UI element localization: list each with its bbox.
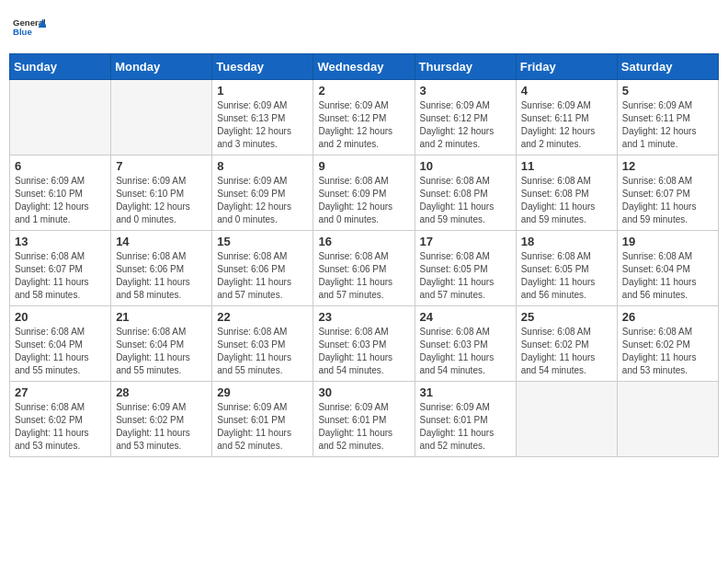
day-cell [10, 80, 111, 155]
day-number: 21 [116, 310, 207, 324]
day-info: Sunrise: 6:08 AM Sunset: 6:06 PM Dayligh… [318, 250, 409, 302]
day-info: Sunrise: 6:09 AM Sunset: 6:10 PM Dayligh… [116, 175, 207, 226]
day-info: Sunrise: 6:08 AM Sunset: 6:03 PM Dayligh… [318, 326, 409, 377]
day-number: 30 [318, 385, 409, 399]
day-number: 26 [622, 310, 713, 324]
day-number: 15 [217, 235, 308, 248]
day-info: Sunrise: 6:09 AM Sunset: 6:02 PM Dayligh… [116, 401, 207, 453]
day-number: 12 [622, 159, 713, 173]
logo: General Blue [13, 9, 46, 46]
day-cell: 13Sunrise: 6:08 AM Sunset: 6:07 PM Dayli… [10, 231, 111, 306]
day-number: 19 [622, 235, 713, 248]
day-info: Sunrise: 6:08 AM Sunset: 6:07 PM Dayligh… [15, 250, 106, 302]
day-info: Sunrise: 6:09 AM Sunset: 6:13 PM Dayligh… [217, 99, 308, 151]
day-cell: 12Sunrise: 6:08 AM Sunset: 6:07 PM Dayli… [617, 155, 718, 231]
day-cell: 19Sunrise: 6:08 AM Sunset: 6:04 PM Dayli… [617, 231, 718, 306]
day-number: 1 [217, 84, 308, 98]
weekday-header-tuesday: Tuesday [212, 54, 313, 80]
day-cell: 23Sunrise: 6:08 AM Sunset: 6:03 PM Dayli… [313, 306, 415, 382]
day-number: 27 [15, 385, 106, 399]
day-cell: 20Sunrise: 6:08 AM Sunset: 6:04 PM Dayli… [10, 306, 111, 382]
day-number: 3 [420, 84, 511, 98]
day-info: Sunrise: 6:08 AM Sunset: 6:02 PM Dayligh… [521, 326, 612, 377]
day-info: Sunrise: 6:08 AM Sunset: 6:03 PM Dayligh… [420, 326, 511, 377]
day-info: Sunrise: 6:08 AM Sunset: 6:08 PM Dayligh… [420, 175, 511, 226]
day-cell: 17Sunrise: 6:08 AM Sunset: 6:05 PM Dayli… [415, 231, 516, 306]
week-row-5: 27Sunrise: 6:08 AM Sunset: 6:02 PM Dayli… [10, 382, 719, 457]
day-cell: 9Sunrise: 6:08 AM Sunset: 6:09 PM Daylig… [313, 155, 415, 231]
day-number: 8 [217, 159, 308, 173]
day-cell: 21Sunrise: 6:08 AM Sunset: 6:04 PM Dayli… [111, 306, 212, 382]
day-info: Sunrise: 6:08 AM Sunset: 6:06 PM Dayligh… [116, 250, 207, 302]
day-cell: 8Sunrise: 6:09 AM Sunset: 6:09 PM Daylig… [212, 155, 313, 231]
day-cell: 28Sunrise: 6:09 AM Sunset: 6:02 PM Dayli… [111, 382, 212, 457]
weekday-header-friday: Friday [516, 54, 617, 80]
calendar-table: SundayMondayTuesdayWednesdayThursdayFrid… [9, 53, 719, 457]
day-info: Sunrise: 6:08 AM Sunset: 6:08 PM Dayligh… [521, 175, 612, 226]
day-number: 4 [521, 84, 612, 98]
day-number: 17 [420, 235, 511, 248]
day-number: 6 [15, 159, 106, 173]
day-number: 20 [15, 310, 106, 324]
day-info: Sunrise: 6:08 AM Sunset: 6:03 PM Dayligh… [217, 326, 308, 377]
day-info: Sunrise: 6:09 AM Sunset: 6:11 PM Dayligh… [521, 99, 612, 151]
day-info: Sunrise: 6:08 AM Sunset: 6:06 PM Dayligh… [217, 250, 308, 302]
day-number: 9 [318, 159, 409, 173]
day-number: 25 [521, 310, 612, 324]
day-number: 18 [521, 235, 612, 248]
day-cell: 25Sunrise: 6:08 AM Sunset: 6:02 PM Dayli… [516, 306, 617, 382]
day-number: 23 [318, 310, 409, 324]
day-cell [516, 382, 617, 457]
day-cell: 10Sunrise: 6:08 AM Sunset: 6:08 PM Dayli… [415, 155, 516, 231]
day-cell: 1Sunrise: 6:09 AM Sunset: 6:13 PM Daylig… [212, 80, 313, 155]
day-cell [111, 80, 212, 155]
day-info: Sunrise: 6:08 AM Sunset: 6:02 PM Dayligh… [622, 326, 713, 377]
day-number: 2 [318, 84, 409, 98]
day-cell: 24Sunrise: 6:08 AM Sunset: 6:03 PM Dayli… [415, 306, 516, 382]
day-info: Sunrise: 6:09 AM Sunset: 6:10 PM Dayligh… [15, 175, 106, 226]
day-cell: 2Sunrise: 6:09 AM Sunset: 6:12 PM Daylig… [313, 80, 415, 155]
weekday-header-thursday: Thursday [415, 54, 516, 80]
day-cell: 26Sunrise: 6:08 AM Sunset: 6:02 PM Dayli… [617, 306, 718, 382]
day-info: Sunrise: 6:08 AM Sunset: 6:04 PM Dayligh… [15, 326, 106, 377]
day-number: 29 [217, 385, 308, 399]
day-info: Sunrise: 6:09 AM Sunset: 6:01 PM Dayligh… [420, 401, 511, 453]
logo-svg: General Blue [13, 9, 46, 46]
day-number: 10 [420, 159, 511, 173]
day-number: 28 [116, 385, 207, 399]
day-number: 22 [217, 310, 308, 324]
day-cell: 3Sunrise: 6:09 AM Sunset: 6:12 PM Daylig… [415, 80, 516, 155]
day-cell: 31Sunrise: 6:09 AM Sunset: 6:01 PM Dayli… [415, 382, 516, 457]
day-cell: 5Sunrise: 6:09 AM Sunset: 6:11 PM Daylig… [617, 80, 718, 155]
day-info: Sunrise: 6:08 AM Sunset: 6:02 PM Dayligh… [15, 401, 106, 453]
day-cell: 16Sunrise: 6:08 AM Sunset: 6:06 PM Dayli… [313, 231, 415, 306]
day-number: 24 [420, 310, 511, 324]
day-cell: 18Sunrise: 6:08 AM Sunset: 6:05 PM Dayli… [516, 231, 617, 306]
day-info: Sunrise: 6:09 AM Sunset: 6:09 PM Dayligh… [217, 175, 308, 226]
day-info: Sunrise: 6:08 AM Sunset: 6:04 PM Dayligh… [622, 250, 713, 302]
week-row-3: 13Sunrise: 6:08 AM Sunset: 6:07 PM Dayli… [10, 231, 719, 306]
weekday-header-saturday: Saturday [617, 54, 718, 80]
day-info: Sunrise: 6:09 AM Sunset: 6:01 PM Dayligh… [217, 401, 308, 453]
day-cell: 29Sunrise: 6:09 AM Sunset: 6:01 PM Dayli… [212, 382, 313, 457]
day-info: Sunrise: 6:08 AM Sunset: 6:05 PM Dayligh… [521, 250, 612, 302]
day-info: Sunrise: 6:08 AM Sunset: 6:05 PM Dayligh… [420, 250, 511, 302]
day-info: Sunrise: 6:09 AM Sunset: 6:11 PM Dayligh… [622, 99, 713, 151]
day-cell: 14Sunrise: 6:08 AM Sunset: 6:06 PM Dayli… [111, 231, 212, 306]
day-cell [617, 382, 718, 457]
day-cell: 6Sunrise: 6:09 AM Sunset: 6:10 PM Daylig… [10, 155, 111, 231]
day-number: 16 [318, 235, 409, 248]
day-number: 7 [116, 159, 207, 173]
day-cell: 4Sunrise: 6:09 AM Sunset: 6:11 PM Daylig… [516, 80, 617, 155]
day-cell: 15Sunrise: 6:08 AM Sunset: 6:06 PM Dayli… [212, 231, 313, 306]
week-row-1: 1Sunrise: 6:09 AM Sunset: 6:13 PM Daylig… [10, 80, 719, 155]
day-info: Sunrise: 6:08 AM Sunset: 6:04 PM Dayligh… [116, 326, 207, 377]
day-number: 11 [521, 159, 612, 173]
weekday-header-monday: Monday [111, 54, 212, 80]
week-row-4: 20Sunrise: 6:08 AM Sunset: 6:04 PM Dayli… [10, 306, 719, 382]
day-cell: 30Sunrise: 6:09 AM Sunset: 6:01 PM Dayli… [313, 382, 415, 457]
day-number: 13 [15, 235, 106, 248]
day-info: Sunrise: 6:09 AM Sunset: 6:01 PM Dayligh… [318, 401, 409, 453]
week-row-2: 6Sunrise: 6:09 AM Sunset: 6:10 PM Daylig… [10, 155, 719, 231]
day-info: Sunrise: 6:08 AM Sunset: 6:09 PM Dayligh… [318, 175, 409, 226]
